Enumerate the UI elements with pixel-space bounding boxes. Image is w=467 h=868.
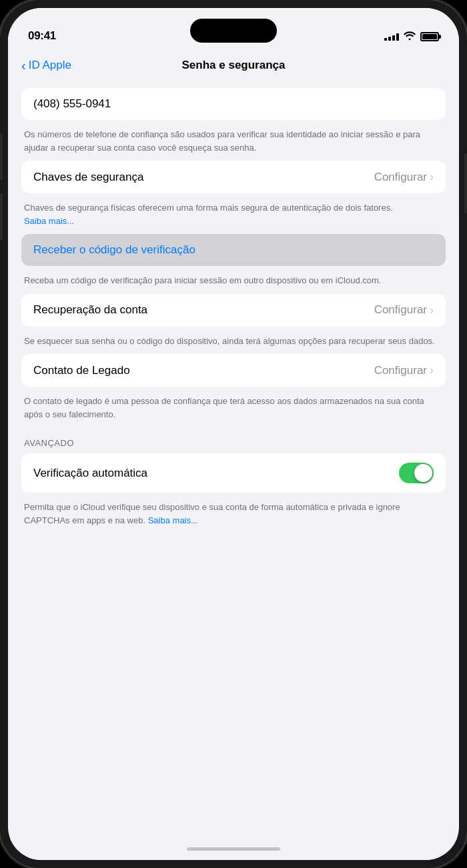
volume-up-button[interactable] [0, 133, 3, 180]
toggle-knob [414, 464, 432, 482]
back-button[interactable]: ‹ ID Apple [21, 58, 88, 73]
auto-verification-toggle[interactable] [399, 463, 434, 483]
account-recovery-label: Recuperação da conta [33, 303, 147, 317]
security-keys-action-label: Configurar [374, 171, 427, 184]
status-icons [384, 31, 439, 43]
auto-verification-card: Verificação automática [21, 453, 446, 493]
auto-verification-description: Permita que o iCloud verifique seu dispo… [21, 501, 446, 527]
security-keys-chevron-icon: › [430, 170, 434, 184]
auto-verification-row: Verificação automática [21, 453, 446, 493]
back-chevron-icon: ‹ [21, 58, 26, 73]
auto-verification-link[interactable]: Saiba mais... [148, 515, 198, 525]
phone-screen: 09:41 [8, 8, 459, 860]
status-time: 09:41 [28, 29, 56, 43]
advanced-section-header: AVANÇADO [21, 427, 446, 453]
account-recovery-action-label: Configurar [374, 303, 427, 317]
phone-frame: 09:41 [0, 0, 467, 868]
security-keys-card[interactable]: Chaves de segurança Configurar › [21, 161, 446, 193]
account-recovery-card[interactable]: Recuperação da conta Configurar › [21, 294, 446, 327]
account-recovery-description: Se esquecer sua senha ou o código do dis… [21, 335, 446, 348]
account-recovery-row[interactable]: Recuperação da conta Configurar › [21, 294, 446, 327]
receive-code-description: Receba um código de verificação para ini… [21, 274, 446, 287]
wifi-icon [404, 31, 416, 43]
battery-icon [420, 32, 439, 41]
phone-number-value: (408) 555-0941 [21, 88, 446, 120]
security-keys-label: Chaves de segurança [33, 171, 143, 184]
legacy-contact-chevron-icon: › [430, 363, 434, 377]
back-label: ID Apple [29, 59, 71, 72]
volume-down-button[interactable] [0, 193, 3, 240]
legacy-contact-action-label: Configurar [374, 364, 427, 377]
nav-title: Senha e segurança [88, 59, 379, 72]
account-recovery-action: Configurar › [374, 303, 434, 317]
auto-verification-label: Verificação automática [33, 467, 147, 480]
security-keys-row[interactable]: Chaves de segurança Configurar › [21, 161, 446, 193]
home-bar [187, 847, 280, 851]
security-keys-link[interactable]: Saiba mais... [24, 216, 74, 226]
phone-number-description: Os números de telefone de confiança são … [21, 128, 446, 154]
power-button[interactable] [464, 153, 467, 213]
signal-icon [384, 33, 399, 41]
nav-bar: ‹ ID Apple Senha e segurança [8, 48, 459, 83]
legacy-contact-description: O contato de legado é uma pessoa de conf… [21, 395, 446, 421]
legacy-contact-row[interactable]: Contato de Legado Configurar › [21, 354, 446, 387]
security-keys-description: Chaves de segurança físicas oferecem uma… [21, 201, 446, 227]
receive-code-row[interactable]: Receber o código de verificação [21, 234, 446, 266]
home-indicator [8, 837, 459, 860]
legacy-contact-card[interactable]: Contato de Legado Configurar › [21, 354, 446, 387]
content-area: (408) 555-0941 Os números de telefone de… [8, 83, 459, 837]
receive-code-card[interactable]: Receber o código de verificação [21, 234, 446, 266]
receive-code-label: Receber o código de verificação [33, 243, 195, 257]
legacy-contact-action: Configurar › [374, 363, 434, 377]
account-recovery-chevron-icon: › [430, 303, 434, 317]
security-keys-action: Configurar › [374, 170, 434, 184]
dynamic-island [190, 19, 277, 43]
phone-number-card: (408) 555-0941 [21, 88, 446, 120]
legacy-contact-label: Contato de Legado [33, 364, 130, 377]
